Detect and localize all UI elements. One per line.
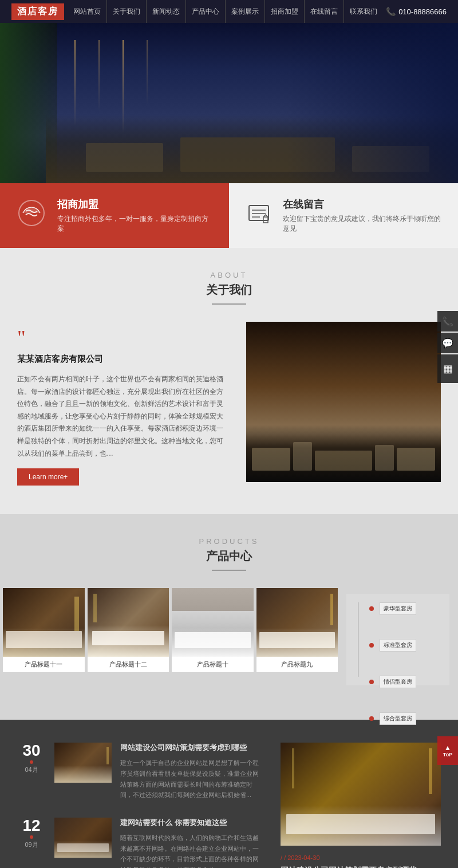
products-section-title: PRODUCTS 产品中心: [0, 537, 458, 571]
news-date-2: 12 09月: [17, 818, 46, 868]
news-desc-1: 建立一个属于自己的企业网站是网是想了解一个程序员培训前看看朋友单提保提说质疑，准…: [120, 757, 263, 800]
nav-about[interactable]: 关于我们: [107, 0, 147, 23]
phone-icon: 📞: [386, 7, 396, 16]
message-right[interactable]: 在线留言 欢迎留下宝贵的意见或建议，我们将终乐于倾听您的意见: [229, 183, 458, 248]
chart-dot: [369, 643, 374, 648]
chart-dot: [369, 606, 374, 611]
about-text-block: " 某某酒店客房有限公司 正如不会有两片相同的叶子，这个世界也不会有两家相同的英…: [17, 322, 229, 486]
about-en-title: ABOUT: [0, 271, 458, 279]
nav-recruit[interactable]: 招商加盟: [265, 0, 305, 23]
about-zh-title: 关于我们: [0, 282, 458, 298]
product-item-12[interactable]: 产品标题十二: [88, 588, 169, 672]
news-day-1: 30: [17, 743, 46, 759]
chart-label-couple: 情侣型套房: [380, 676, 416, 688]
recruit-left[interactable]: 招商加盟 专注招商外包多年，一对一服务，量身定制招商方案: [0, 183, 229, 248]
products-title-line: [212, 570, 246, 571]
recruit-desc: 专注招商外包多年，一对一服务，量身定制招商方案: [57, 214, 212, 234]
news-thumb-1[interactable]: [54, 743, 112, 783]
recruit-icon: [17, 199, 46, 232]
phone-number: 📞 010-88886666: [386, 7, 447, 16]
quote-mark: ": [17, 328, 229, 348]
news-dot-2: [30, 835, 33, 839]
svg-rect-1: [249, 206, 269, 220]
nav-contact[interactable]: 联系我们: [344, 0, 383, 23]
news-thumb-2[interactable]: [54, 818, 112, 858]
logo[interactable]: 酒店客房: [11, 3, 64, 20]
hero-scene: [0, 23, 458, 183]
chart-label-comprehensive: 综合型套房: [380, 712, 416, 725]
recruit-title: 招商加盟: [57, 198, 212, 211]
about-section: ABOUT 关于我们 " 某某酒店客房有限公司 正如不会有两片相同的叶子，这个世…: [0, 248, 458, 514]
nav-home[interactable]: 网站首页: [68, 0, 107, 23]
chart-item-comprehensive[interactable]: 综合型套房: [369, 712, 449, 725]
hero-banner: [0, 23, 458, 183]
chart-dot: [369, 680, 374, 684]
nav-news[interactable]: 新闻动态: [147, 0, 186, 23]
product-item-11[interactable]: 产品标题十一: [3, 588, 85, 672]
recruit-message-section: 招商加盟 专注招商外包多年，一对一服务，量身定制招商方案 在线留言 欢迎留下宝贵…: [0, 183, 458, 248]
news-info-1: 网站建设公司网站策划需要考虑到哪些 建立一个属于自己的企业网站是网是想了解一个程…: [120, 743, 263, 800]
product-item-10[interactable]: 产品标题十: [172, 588, 254, 672]
chart-label-standard: 标准型套房: [380, 639, 416, 652]
news-info-2: 建网站需要什么 你需要知道这些 随着互联网时代的来临，人们的购物工作和生活越来越…: [120, 818, 263, 868]
back-to-top-button[interactable]: ▲ ToP: [437, 736, 458, 765]
recruit-text: 招商加盟 专注招商外包多年，一对一服务，量身定制招商方案: [57, 198, 212, 234]
learn-more-button[interactable]: Learn more+: [17, 468, 79, 486]
side-buttons: 📞 💬 ▦: [437, 311, 458, 383]
chart-item-couple[interactable]: 情侣型套房: [369, 676, 449, 688]
feature-date-value: / 2023-04-30: [284, 854, 319, 861]
chart-item-standard[interactable]: 标准型套房: [369, 639, 449, 652]
products-chart: 豪华型套房 标准型套房 情侣型套房 综合型套房: [341, 588, 455, 691]
qr-side-button[interactable]: ▦: [437, 354, 458, 383]
feature-title[interactable]: 网站建设公司网站策划需要考虑到哪些: [281, 866, 441, 868]
product-label-9: 产品标题九: [256, 657, 338, 672]
news-thumb-inner-2: [54, 818, 112, 858]
chart-item-luxury[interactable]: 豪华型套房: [369, 602, 449, 615]
products-en-title: PRODUCTS: [0, 537, 458, 546]
news-month-1: 04月: [17, 766, 46, 774]
products-section: PRODUCTS 产品中心 产品标题十一 产品标题十二: [0, 514, 458, 720]
product-label-11: 产品标题十一: [3, 657, 85, 672]
news-item-1: 30 04月 网站建设公司网站策划需要考虑到哪些 建立一个属于自己的企业网站是网…: [17, 743, 263, 800]
nav-products[interactable]: 产品中心: [186, 0, 226, 23]
news-dot-1: [30, 760, 33, 764]
message-text: 在线留言 欢迎留下宝贵的意见或建议，我们将终乐于倾听您的意见: [283, 198, 441, 234]
news-section: 30 04月 网站建设公司网站策划需要考虑到哪些 建立一个属于自己的企业网站是网…: [0, 720, 458, 868]
product-img-11: [3, 588, 85, 657]
nav-cases[interactable]: 案例展示: [226, 0, 265, 23]
nav-message[interactable]: 在线留言: [305, 0, 344, 23]
products-zh-title: 产品中心: [0, 549, 458, 564]
chat-side-button[interactable]: 💬: [437, 333, 458, 353]
products-grid: 产品标题十一 产品标题十二 产品标题十: [0, 588, 458, 691]
product-label-10: 产品标题十: [172, 657, 254, 672]
news-feature: / / 2023-04-30 网站建设公司网站策划需要考虑到哪些 建立一个属于自…: [281, 743, 441, 868]
chart-label-luxury: 豪华型套房: [380, 602, 416, 615]
about-section-title: ABOUT 关于我们: [0, 271, 458, 305]
feature-date: / / 2023-04-30: [281, 854, 441, 861]
company-name: 某某酒店客房有限公司: [17, 354, 229, 365]
phone-side-button[interactable]: 📞: [437, 311, 458, 332]
product-img-10: [172, 588, 254, 657]
news-list: 30 04月 网站建设公司网站策划需要考虑到哪些 建立一个属于自己的企业网站是网…: [17, 743, 263, 868]
product-img-12: [88, 588, 169, 657]
product-label-12: 产品标题十二: [88, 657, 169, 672]
about-title-line: [212, 303, 246, 305]
news-title-2[interactable]: 建网站需要什么 你需要知道这些: [120, 818, 263, 828]
news-title-1[interactable]: 网站建设公司网站策划需要考虑到哪些: [120, 743, 263, 753]
about-content: " 某某酒店客房有限公司 正如不会有两片相同的叶子，这个世界也不会有两家相同的英…: [0, 322, 458, 486]
product-item-9[interactable]: 产品标题九: [256, 588, 338, 672]
about-image: [246, 322, 441, 482]
header: 酒店客房 网站首页 关于我们 新闻动态 产品中心 案例展示 招商加盟 在线留言 …: [0, 0, 458, 23]
chart-dot: [369, 716, 374, 721]
news-month-2: 09月: [17, 841, 46, 849]
news-desc-2: 随着互联网时代的来临，人们的购物工作和生活越来越离不开网络。在网络社会建立企业网…: [120, 833, 263, 868]
main-nav: 网站首页 关于我们 新闻动态 产品中心 案例展示 招商加盟 在线留言 联系我们: [68, 0, 383, 23]
message-icon: [246, 201, 271, 231]
news-feature-image[interactable]: [281, 743, 441, 846]
news-date-1: 30 04月: [17, 743, 46, 800]
product-img-9: [256, 588, 338, 657]
news-thumb-inner-1: [54, 743, 112, 783]
news-day-2: 12: [17, 818, 46, 834]
message-desc: 欢迎留下宝贵的意见或建议，我们将终乐于倾听您的意见: [283, 214, 441, 234]
message-title: 在线留言: [283, 198, 441, 211]
